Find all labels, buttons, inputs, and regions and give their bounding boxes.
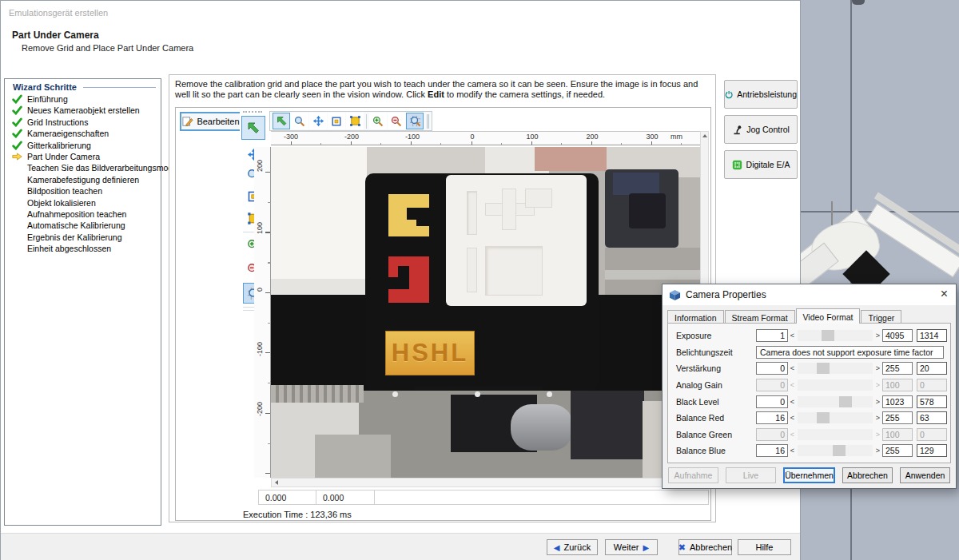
balance-red-min-field[interactable]: 16	[756, 411, 788, 424]
gain-slider[interactable]	[798, 363, 873, 374]
slider-thumb[interactable]	[833, 445, 846, 456]
wizard-step[interactable]: Automatische Kalibrierung	[5, 220, 161, 231]
gain-max-field[interactable]: 255	[882, 362, 913, 375]
wizard-step[interactable]: Einheit abgeschlossen	[5, 243, 161, 254]
help-button[interactable]: Hilfe	[738, 539, 791, 555]
black-level-value-field[interactable]: 578	[917, 395, 947, 408]
jog-control-button[interactable]: Jog Control	[724, 115, 798, 144]
wizard-step[interactable]: Ergebnis der Kalibrierung	[5, 232, 161, 243]
page-title: Part Under Camera	[12, 30, 99, 41]
zoom-in-icon	[372, 116, 384, 127]
slider-right-icon[interactable]	[873, 447, 882, 455]
black-level-max-field[interactable]: 1023	[882, 395, 913, 408]
wizard-footer: ◀ Zurück Weiter ▶ ✖ Abbrechen Hilfe	[1, 533, 800, 560]
toolbar-grip[interactable]	[243, 111, 262, 113]
slider-right-icon[interactable]	[873, 398, 882, 406]
horizontal-scrollbar[interactable]	[271, 478, 700, 487]
scene-rail-left	[271, 385, 364, 403]
wizard-step[interactable]: Bildposition teachen	[5, 185, 161, 197]
wizard-step[interactable]: Aufnahmeposition teachen	[5, 209, 161, 220]
gain-min-field[interactable]: 0	[756, 362, 788, 375]
slider-left-icon[interactable]	[788, 332, 797, 340]
wizard-step-label: Part Under Camera	[27, 152, 100, 161]
black-level-slider[interactable]	[798, 396, 873, 407]
balance-red-slider[interactable]	[798, 412, 873, 423]
wizard-step[interactable]: Kamerabefestigung definieren	[5, 174, 161, 185]
exposure-min-field[interactable]: 1	[756, 329, 788, 342]
wizard-step[interactable]: Kameraeigenschaften	[5, 128, 161, 139]
slider-right-icon[interactable]	[873, 332, 882, 340]
black-level-row: Black Level 0 1023 578	[668, 393, 947, 410]
slider-thumb[interactable]	[817, 363, 830, 374]
digital-io-button[interactable]: Digitale E/A	[724, 150, 798, 179]
balance-blue-min-field[interactable]: 16	[756, 444, 788, 457]
scroll-left-icon	[275, 480, 278, 485]
camera-image[interactable]: HSHL	[271, 147, 700, 478]
select-tool-button-h[interactable]	[273, 113, 290, 129]
prop-label: Exposure	[676, 331, 756, 340]
close-icon[interactable]: ×	[941, 286, 948, 302]
tab-video-format[interactable]: Video Format	[796, 308, 861, 324]
next-button[interactable]: Weiter ▶	[605, 539, 658, 555]
zoom-out-button-h[interactable]	[388, 113, 405, 129]
wizard-step-current[interactable]: Part Under Camera	[5, 151, 161, 162]
wizard-step[interactable]: Grid Instructions	[5, 117, 161, 128]
wizard-step[interactable]: Gitterkalibrierung	[5, 140, 161, 151]
slider-left-icon[interactable]	[788, 398, 797, 406]
coord-y-cell: 0.000	[316, 490, 375, 505]
apply-button[interactable]: Anwenden	[900, 467, 950, 483]
exposure-value-field[interactable]: 1314	[917, 329, 947, 342]
back-button[interactable]: ◀ Zurück	[547, 539, 598, 555]
wizard-step-label: Automatische Kalibrierung	[27, 220, 125, 230]
cancel-button[interactable]: ✖ Abbrechen	[678, 539, 732, 555]
cancel-button-label: Abbrechen	[690, 542, 732, 552]
viewport-handle	[852, 0, 865, 5]
wizard-step[interactable]: Neues Kameraobjekt erstellen	[5, 105, 161, 116]
slider-thumb[interactable]	[817, 412, 830, 423]
analog-gain-max-field: 100	[882, 379, 913, 391]
select-tool-button[interactable]	[241, 116, 265, 140]
slider-thumb[interactable]	[839, 396, 852, 407]
gain-value-field[interactable]: 20	[917, 362, 947, 375]
roi-square-icon	[331, 116, 342, 127]
balance-red-value-field[interactable]: 63	[917, 411, 947, 424]
toolbar-grip[interactable]	[427, 114, 429, 129]
slider-left-icon[interactable]	[788, 414, 797, 422]
pan-tool-button-h[interactable]	[309, 113, 327, 129]
capture-button: Aufnahme	[668, 467, 718, 483]
dialog-cancel-button[interactable]: Abbrechen	[842, 467, 893, 483]
zoom-in-button-h[interactable]	[369, 113, 387, 129]
roi-filled-tool-button-h[interactable]	[346, 113, 364, 129]
slider-left-icon[interactable]	[788, 447, 797, 455]
dialog-titlebar[interactable]: Camera Properties ×	[663, 284, 956, 305]
edit-button-label: Bearbeiten	[197, 117, 239, 126]
robot-wire	[831, 201, 833, 225]
slider-right-icon	[873, 431, 882, 439]
slider-right-icon[interactable]	[873, 364, 882, 372]
balance-blue-max-field[interactable]: 255	[882, 444, 913, 457]
ruler-tick-label: 200	[586, 133, 598, 141]
roi-tool-button-h[interactable]	[328, 113, 345, 129]
balance-blue-slider[interactable]	[798, 445, 873, 456]
wizard-step[interactable]: Einführung	[5, 93, 161, 105]
magnifier-tool-button-h[interactable]	[291, 113, 308, 129]
apply-close-button[interactable]: Übernehmen	[783, 467, 835, 483]
wizard-step[interactable]: Teachen Sie das Bildverarbeitungsmodell	[5, 162, 161, 173]
exposure-slider[interactable]	[798, 330, 873, 341]
part-red-notch	[388, 277, 409, 289]
balance-blue-value-field[interactable]: 129	[917, 444, 947, 457]
slider-left-icon[interactable]	[788, 364, 797, 372]
slider-thumb[interactable]	[822, 330, 834, 341]
edit-camera-button[interactable]: Bearbeiten	[180, 112, 242, 131]
slider-left-icon	[788, 381, 797, 389]
analog-gain-min-field: 0	[756, 379, 788, 391]
status-empty-cell	[375, 490, 709, 505]
drive-power-button[interactable]: Antriebsleistung	[724, 80, 798, 109]
scene-lower-box	[315, 435, 391, 478]
slider-right-icon[interactable]	[873, 414, 882, 422]
balance-red-max-field[interactable]: 255	[882, 411, 913, 424]
zoom-fit-button-h[interactable]	[406, 113, 424, 129]
exposure-max-field[interactable]: 4095	[882, 329, 913, 342]
wizard-step[interactable]: Objekt lokalisieren	[5, 197, 161, 209]
black-level-min-field[interactable]: 0	[756, 395, 788, 408]
